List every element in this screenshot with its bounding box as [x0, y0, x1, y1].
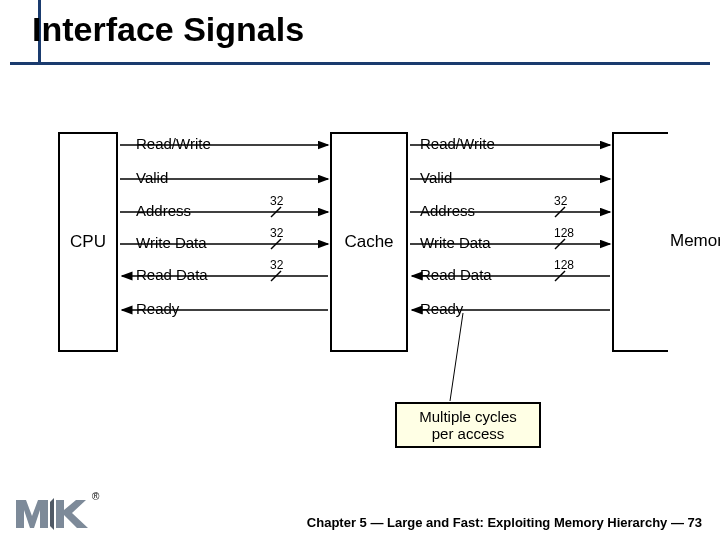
- sig-right-valid: Valid: [420, 169, 452, 186]
- sig-left-valid: Valid: [136, 169, 168, 186]
- sig-right-ready: Ready: [420, 300, 463, 317]
- sig-left-ready: Ready: [136, 300, 179, 317]
- title-underline: [10, 62, 710, 65]
- publisher-logo: [14, 496, 92, 530]
- sig-left-addr: Address: [136, 202, 191, 219]
- sig-right-addr: Address: [420, 202, 475, 219]
- sig-left-wdata: Write Data: [136, 234, 207, 251]
- sig-left-rw: Read/Write: [136, 135, 211, 152]
- bits-right-rdata: 128: [554, 258, 574, 272]
- registered-icon: ®: [92, 491, 99, 502]
- annotation-box: Multiple cycles per access: [395, 402, 541, 448]
- interface-diagram: CPU Cache Memory: [58, 132, 678, 362]
- bits-right-addr: 32: [554, 194, 567, 208]
- bits-left-rdata: 32: [270, 258, 283, 272]
- page-title: Interface Signals: [32, 10, 304, 49]
- bits-left-addr: 32: [270, 194, 283, 208]
- title-area: Interface Signals: [32, 10, 304, 49]
- sig-right-wdata: Write Data: [420, 234, 491, 251]
- svg-line-18: [450, 313, 463, 401]
- sig-right-rw: Read/Write: [420, 135, 495, 152]
- annotation-text: Multiple cycles per access: [419, 408, 517, 442]
- footer-text: Chapter 5 — Large and Fast: Exploiting M…: [307, 515, 702, 530]
- sig-left-rdata: Read Data: [136, 266, 208, 283]
- sig-right-rdata: Read Data: [420, 266, 492, 283]
- bits-left-wdata: 32: [270, 226, 283, 240]
- bits-right-wdata: 128: [554, 226, 574, 240]
